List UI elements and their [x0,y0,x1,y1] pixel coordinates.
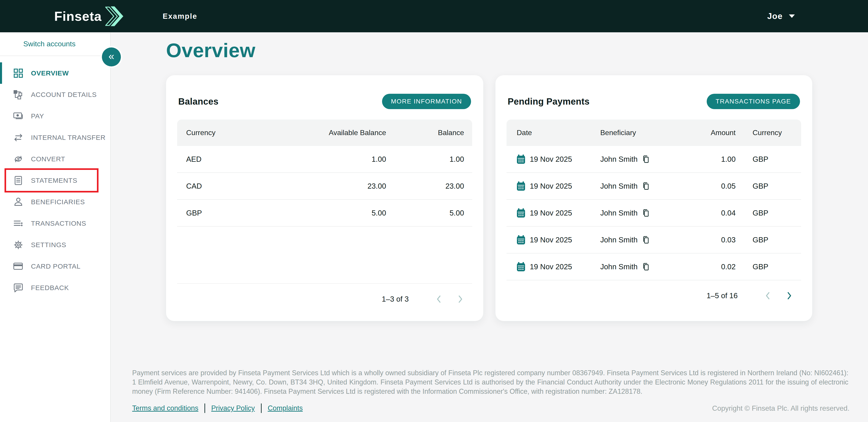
legal-disclaimer-text: Payment services are provided by Finseta… [132,368,848,396]
chevrons-left-icon: « [108,51,114,63]
sidebar-item-card-portal[interactable]: CARD PORTAL [0,255,110,277]
balance-cell: 5.00 [386,209,464,217]
pending-payments-pagination: 1–5 of 16 [495,290,812,302]
chevron-down-icon [789,14,795,18]
sidebar-item-account-details[interactable]: ACCOUNT DETAILS [0,84,110,105]
user-menu[interactable]: Joe [767,11,795,21]
beneficiary-cell: John Smith [600,182,638,190]
copy-icon[interactable] [642,209,650,217]
chat-bubble-icon [13,282,24,293]
column-header-amount: Amount [668,128,736,137]
previous-page-button[interactable] [762,290,774,302]
finseta-logo[interactable]: Finseta [54,0,125,32]
finseta-logo-chevrons-icon [105,5,125,27]
copyright-text: Copyright © Finseta Plc. All rights rese… [712,404,849,413]
sidebar-item-beneficiaries[interactable]: BENEFICIARIES [0,191,110,213]
column-header-currency: Currency [186,128,259,137]
divider [261,403,261,413]
copy-icon[interactable] [642,182,650,191]
complaints-link[interactable]: Complaints [268,404,303,412]
currency-cell: GBP [736,182,792,190]
user-name: Joe [767,11,783,21]
beneficiary-cell: John Smith [600,155,638,163]
calendar-icon [517,208,525,218]
switch-accounts-link[interactable]: Switch accounts [0,32,110,56]
page-title: Overview [166,39,255,62]
sidebar-item-internal-transfer[interactable]: INTERNAL TRANSFER [0,127,110,148]
svg-text:$: $ [17,157,20,161]
table-row: AED 1.00 1.00 [177,146,472,173]
currency-cell: GBP [186,209,259,217]
table-row: CAD 23.00 23.00 [177,173,472,200]
copy-icon[interactable] [642,155,650,164]
sidebar-item-label: OVERVIEW [31,69,69,77]
transactions-page-button[interactable]: TRANSACTIONS PAGE [707,94,800,109]
switch-accounts-label: Switch accounts [23,40,75,48]
sidebar-item-overview[interactable]: OVERVIEW [0,62,110,84]
sidebar-item-label: TRANSACTIONS [31,219,86,227]
sidebar-item-label: STATEMENTS [31,177,77,184]
copy-icon[interactable] [642,235,650,244]
sidebar-item-convert[interactable]: $ CONVERT [0,148,110,170]
sidebar-item-label: CONVERT [31,155,65,163]
sidebar-item-label: INTERNAL TRANSFER [31,134,105,142]
list-icon [13,218,24,229]
next-page-button[interactable] [454,293,466,305]
next-page-button[interactable] [783,290,795,302]
terms-and-conditions-link[interactable]: Terms and conditions [132,404,198,412]
sidebar-item-statements[interactable]: STATEMENTS [0,170,110,191]
sidebar-item-pay[interactable]: PAY [0,105,110,127]
balances-card: Balances MORE INFORMATION Currency Avail… [166,75,483,321]
balances-table-header: Currency Available Balance Balance [177,120,472,146]
calendar-icon [517,154,525,164]
currency-exchange-icon: $ [13,154,24,164]
footer-links-row: Terms and conditions Privacy Policy Comp… [132,403,849,413]
calendar-icon [517,181,525,191]
sidebar-item-settings[interactable]: SETTINGS [0,234,110,255]
chevron-right-icon [455,294,465,304]
column-header-date: Date [517,128,600,137]
currency-cell: GBP [736,209,792,217]
sidebar-item-feedback[interactable]: FEEDBACK [0,277,110,298]
copy-icon[interactable] [642,262,650,271]
sidebar-item-label: FEEDBACK [31,284,69,292]
currency-cell: AED [186,155,259,163]
sidebar-item-label: SETTINGS [31,241,66,249]
balance-cell: 1.00 [386,155,464,163]
sidebar-nav: OVERVIEW ACCOUNT DETAILS [0,62,110,298]
collapse-sidebar-button[interactable]: « [102,48,121,66]
date-cell: 19 Nov 2025 [530,155,572,163]
table-row: 19 Nov 2025 John Smith 0.05 GBP [506,173,801,200]
finseta-logo-wordmark: Finseta [54,8,102,24]
pagination-range-label: 1–3 of 3 [382,295,409,303]
calendar-icon [517,262,525,272]
amount-cell: 0.05 [668,182,736,190]
banknote-icon [13,111,24,121]
currency-cell: GBP [736,263,792,271]
currency-cell: GBP [736,236,792,244]
more-information-button[interactable]: MORE INFORMATION [382,94,471,109]
date-cell: 19 Nov 2025 [530,209,572,217]
beneficiary-cell: John Smith [600,209,638,217]
privacy-policy-link[interactable]: Privacy Policy [211,404,255,412]
table-row: GBP 5.00 5.00 [177,200,472,227]
available-balance-cell: 5.00 [259,209,386,217]
previous-page-button[interactable] [433,293,445,305]
table-row: 19 Nov 2025 John Smith 0.02 GBP [506,253,801,280]
date-cell: 19 Nov 2025 [530,236,572,244]
sidebar-item-label: PAY [31,112,44,120]
sidebar: Switch accounts OVERVIEW [0,32,111,422]
gear-icon [13,240,24,250]
calendar-icon [517,235,525,245]
chevron-left-icon [434,294,444,304]
amount-cell: 1.00 [668,155,736,163]
balances-card-title: Balances [178,96,218,107]
balance-cell: 23.00 [386,182,464,190]
sidebar-item-transactions[interactable]: TRANSACTIONS [0,213,110,234]
available-balance-cell: 1.00 [259,155,386,163]
document-icon [13,175,24,186]
credit-card-icon [13,261,24,272]
column-header-currency: Currency [736,128,792,137]
table-row: 19 Nov 2025 John Smith 0.03 GBP [506,227,801,253]
table-row: 19 Nov 2025 John Smith 0.04 GBP [506,200,801,227]
